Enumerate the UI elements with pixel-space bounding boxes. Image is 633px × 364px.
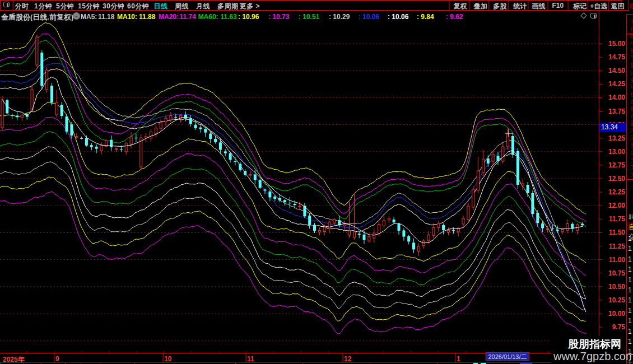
svg-text:盈: 盈	[630, 120, 633, 127]
svg-text:1: 1	[628, 245, 632, 253]
svg-text:自: 自	[629, 223, 633, 231]
svg-text:1: 1	[628, 235, 632, 242]
svg-text:换: 换	[630, 47, 633, 54]
svg-text:市: 市	[630, 113, 633, 119]
svg-text:金: 金	[630, 149, 633, 156]
svg-text:1: 1	[628, 307, 632, 315]
svg-text:1: 1	[628, 328, 632, 335]
svg-text:叫: 叫	[629, 213, 633, 221]
svg-text:净: 净	[630, 127, 633, 134]
svg-text:委: 委	[630, 76, 633, 83]
svg-text:价: 价	[630, 91, 633, 97]
svg-text:1: 1	[628, 265, 632, 273]
svg-text:额: 额	[630, 105, 633, 112]
svg-text:1: 1	[628, 255, 632, 263]
svg-text:返: 返	[629, 2, 633, 9]
svg-text:1: 1	[628, 317, 632, 325]
svg-text:速: 速	[630, 98, 633, 105]
svg-text:1: 1	[628, 276, 632, 284]
svg-text:量: 量	[630, 62, 633, 68]
svg-text:1: 1	[628, 286, 632, 294]
svg-text:停: 停	[630, 40, 633, 46]
svg-text:资: 资	[630, 142, 633, 148]
svg-text:1: 1	[628, 296, 632, 304]
svg-text:比: 比	[630, 69, 633, 76]
svg-text:1: 1	[628, 338, 632, 346]
svg-text:主: 主	[630, 156, 633, 163]
svg-text:手: 手	[630, 54, 633, 61]
svg-text:幅: 幅	[630, 32, 633, 39]
svg-text:跌: 跌	[630, 25, 633, 32]
svg-text:大: 大	[630, 171, 633, 178]
svg-text:流: 流	[630, 134, 633, 141]
svg-text:均: 均	[630, 83, 633, 90]
svg-text:力: 力	[630, 164, 633, 170]
svg-text:涨: 涨	[630, 18, 633, 25]
